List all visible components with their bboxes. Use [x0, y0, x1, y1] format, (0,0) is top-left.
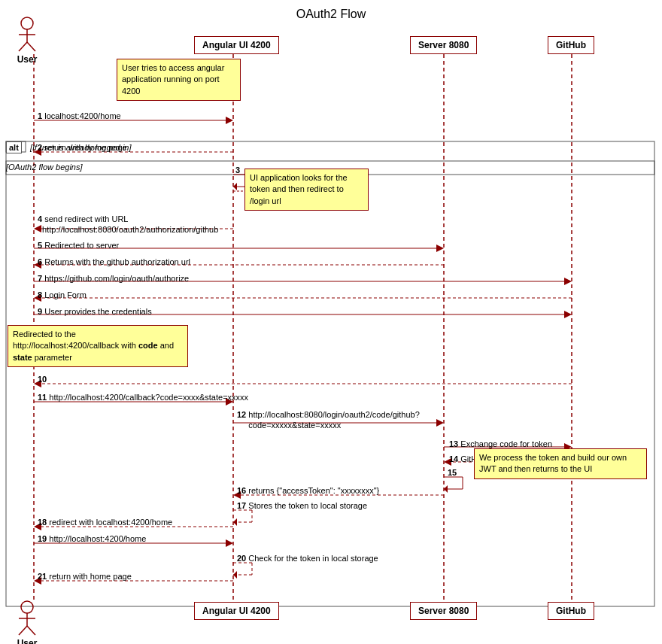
- msg-2-label: 2 return with home page: [38, 143, 127, 152]
- msg-8-label: 8 Login Form: [38, 290, 87, 299]
- actor-server-top: Server 8080: [410, 36, 477, 54]
- fragment-alt-label: alt: [6, 141, 22, 153]
- svg-point-64: [21, 601, 33, 613]
- actor-angular-bottom: Angular UI 4200: [194, 602, 279, 620]
- svg-marker-46: [233, 518, 237, 526]
- svg-line-62: [19, 42, 27, 51]
- svg-line-63: [27, 42, 35, 51]
- msg-7-label: 7 https://github.com/login/oauth/authori…: [38, 274, 189, 283]
- msg-19-label: 19 http://localhost:4200/home: [38, 534, 146, 543]
- msg-5-label: 5 Redirected to server: [38, 241, 119, 250]
- actor-user-top: User: [15, 17, 39, 65]
- msg-13-label: 13 Exchange code for token: [449, 439, 552, 448]
- page-title: OAuth2 Flow: [0, 0, 662, 25]
- svg-marker-8: [226, 117, 233, 124]
- actor-github-top: GitHub: [548, 36, 594, 54]
- actor-user-bottom: User: [15, 600, 39, 644]
- svg-marker-40: [444, 485, 448, 493]
- note-redirect-callback: Redirected to the http://localhost:4200/…: [8, 325, 188, 367]
- msg-17-label: 17 Stores the token to local storage: [237, 501, 367, 510]
- msg-11-label: 11 http://localhost:4200/callback?code=x…: [38, 393, 248, 402]
- actor-github-bottom: GitHub: [548, 602, 594, 620]
- svg-marker-54: [233, 571, 237, 579]
- msg-4-label: 4 send redirect with URL http://localhos…: [38, 214, 218, 235]
- svg-marker-14: [233, 183, 237, 190]
- svg-point-59: [21, 17, 33, 29]
- msg-15-label: 15: [448, 468, 457, 477]
- msg-16-label: 16 returns {"accessToken": "xxxxxxxx"}: [237, 486, 379, 495]
- actor-user-bottom-label: User: [17, 638, 38, 644]
- svg-marker-50: [226, 539, 233, 547]
- svg-line-68: [27, 626, 35, 635]
- msg-20-label: 20 Check for the token in local storage: [237, 554, 378, 563]
- fragment-oauth-label: [OAuth2 flow begins]: [6, 163, 83, 172]
- svg-marker-22: [564, 278, 572, 285]
- msg-12-label: 12 http://localhost:8080/login/oauth2/co…: [237, 409, 420, 431]
- svg-marker-32: [436, 419, 444, 427]
- actor-angular-top: Angular UI 4200: [194, 36, 279, 54]
- note-user-access: User tries to access angular application…: [117, 59, 241, 101]
- msg-9-label: 9 User provides the credentials: [38, 307, 152, 316]
- msg-6-label: 6 Returns with the github authorization …: [38, 257, 190, 266]
- note-process-token: We process the token and build our own J…: [474, 448, 647, 479]
- msg-21-label: 21 return with home page: [38, 572, 132, 581]
- svg-marker-18: [436, 245, 444, 252]
- svg-line-67: [19, 626, 27, 635]
- svg-marker-26: [564, 311, 572, 318]
- msg-1-label: 1 localhost:4200/home: [38, 111, 121, 120]
- msg-3-label: 3: [235, 166, 240, 175]
- actor-user-top-label: User: [17, 54, 38, 65]
- note-ui-token: UI application looks for the token and t…: [244, 169, 369, 211]
- actor-server-bottom: Server 8080: [410, 602, 477, 620]
- msg-18-label: 18 redirect with localhost:4200/home: [38, 518, 172, 527]
- msg-10-label: 10: [38, 375, 47, 384]
